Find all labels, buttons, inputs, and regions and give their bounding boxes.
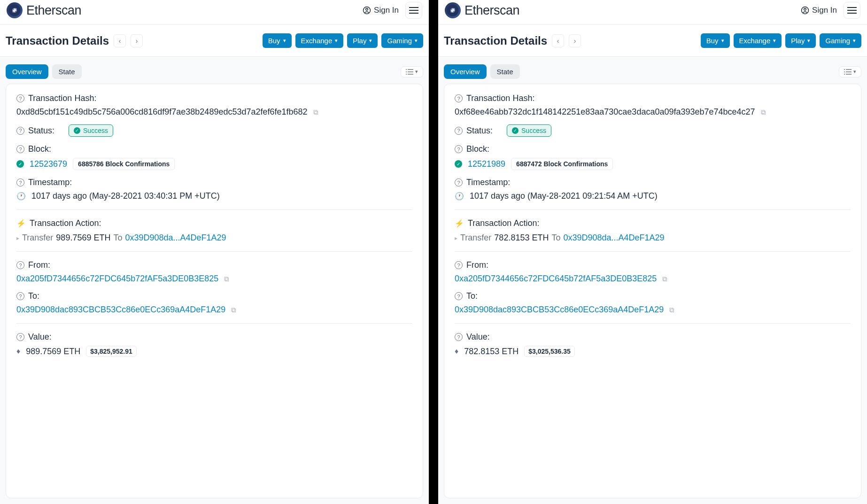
copy-icon[interactable]: ⧉	[761, 108, 766, 116]
brand-text: Etherscan	[464, 3, 519, 18]
value-section: ?Value: ♦ 782.8153 ETH $3,025,536.35	[455, 332, 851, 357]
menu-button[interactable]	[844, 2, 860, 19]
tab-overview[interactable]: Overview	[6, 64, 48, 79]
help-icon[interactable]: ?	[455, 127, 463, 135]
title-right: Buy▾ Exchange▾ Play▾ Gaming▾	[701, 33, 861, 48]
transfer-label: Transfer	[460, 233, 491, 243]
svg-point-25	[844, 74, 845, 75]
action-amount: 782.8153 ETH	[494, 233, 549, 243]
tab-state[interactable]: State	[52, 64, 82, 79]
svg-point-10	[406, 69, 407, 70]
gaming-button[interactable]: Gaming▾	[820, 33, 861, 48]
check-icon: ✓	[16, 160, 24, 168]
prev-tx-button[interactable]: ‹	[114, 34, 126, 47]
tx-action-label: Transaction Action:	[30, 218, 101, 228]
tab-state[interactable]: State	[490, 64, 520, 79]
page-title: Transaction Details	[444, 34, 547, 47]
signin-link[interactable]: Sign In	[801, 6, 837, 15]
bolt-icon: ⚡	[455, 219, 464, 228]
block-link[interactable]: 12521989	[468, 159, 505, 169]
help-icon[interactable]: ?	[455, 261, 463, 269]
copy-icon[interactable]: ⧉	[313, 108, 318, 116]
buy-button[interactable]: Buy▾	[263, 33, 292, 48]
help-icon[interactable]: ?	[455, 94, 463, 102]
chevron-down-icon: ▾	[721, 38, 724, 44]
to-link[interactable]: 0x39D908dac893CBCB53Cc86e0ECc369aA4DeF1A…	[455, 305, 664, 315]
value-label: Value:	[28, 332, 52, 342]
brand[interactable]: Etherscan	[7, 2, 81, 18]
check-icon: ✓	[74, 127, 80, 134]
status-label: Status:	[28, 126, 54, 136]
help-icon[interactable]: ?	[455, 178, 463, 186]
copy-icon[interactable]: ⧉	[662, 275, 667, 283]
menu-button[interactable]	[405, 2, 422, 19]
value-eth: 782.8153 ETH	[464, 347, 519, 357]
prev-tx-button[interactable]: ‹	[552, 34, 564, 47]
help-icon[interactable]: ?	[455, 145, 463, 153]
copy-icon[interactable]: ⧉	[224, 275, 229, 283]
chevron-down-icon: ▾	[415, 69, 418, 75]
signin-label: Sign In	[812, 6, 837, 15]
help-icon[interactable]: ?	[16, 292, 24, 300]
to-label: To	[113, 233, 122, 243]
action-to-link[interactable]: 0x39D908da...A4DeF1A29	[563, 233, 664, 243]
buy-button[interactable]: Buy▾	[701, 33, 730, 48]
value-usd: $3,025,536.35	[524, 346, 575, 357]
svg-point-12	[406, 74, 407, 75]
status-section: ?Status: ✓Success	[455, 124, 851, 137]
tx-hash-label: Transaction Hash:	[466, 93, 534, 103]
divider	[455, 251, 851, 252]
to-section: ?To: 0x39D908dac893CBCB53Cc86e0ECc369aA4…	[455, 291, 851, 315]
timestamp-value: 1017 days ago (May-28-2021 03:40:31 PM +…	[31, 191, 220, 201]
view-toggle-button[interactable]: ▾	[401, 66, 423, 78]
tab-overview[interactable]: Overview	[444, 64, 487, 79]
help-icon[interactable]: ?	[455, 292, 463, 300]
block-section: ?Block: ✓ 12521989 6887472 Block Confirm…	[455, 144, 851, 170]
brand[interactable]: Etherscan	[445, 2, 519, 18]
help-icon[interactable]: ?	[16, 127, 24, 135]
value-eth: 989.7569 ETH	[26, 347, 80, 357]
tx-action-section: ⚡Transaction Action: ▸ Transfer 989.7569…	[16, 218, 412, 243]
view-toggle-button[interactable]: ▾	[839, 66, 861, 78]
play-button[interactable]: Play▾	[785, 33, 816, 48]
right-pane: Etherscan Sign In Transaction Details ‹ …	[438, 0, 867, 504]
help-icon[interactable]: ?	[16, 94, 24, 102]
exchange-button[interactable]: Exchange▾	[734, 33, 782, 48]
copy-icon[interactable]: ⧉	[669, 306, 674, 314]
copy-icon[interactable]: ⧉	[231, 306, 236, 314]
header-right: Sign In	[363, 2, 422, 19]
svg-point-24	[844, 71, 845, 72]
value-section: ?Value: ♦ 989.7569 ETH $3,825,952.91	[16, 332, 412, 357]
exchange-button[interactable]: Exchange▾	[295, 33, 344, 48]
from-link[interactable]: 0xa205fD7344656c72FDC645b72fAF5a3DE0B3E8…	[455, 274, 657, 284]
to-label: To:	[28, 291, 39, 301]
status-badge: ✓Success	[507, 124, 551, 137]
gaming-button[interactable]: Gaming▾	[381, 33, 423, 48]
confirmations-badge: 6887472 Block Confirmations	[511, 158, 613, 170]
divider	[455, 209, 851, 210]
svg-point-16	[804, 8, 806, 11]
help-icon[interactable]: ?	[16, 145, 24, 153]
action-to-link[interactable]: 0x39D908da...A4DeF1A29	[125, 233, 226, 243]
divider	[16, 323, 412, 324]
from-link[interactable]: 0xa205fD7344656c72FDC645b72fAF5a3DE0B3E8…	[16, 274, 218, 284]
caret-icon: ▸	[16, 235, 19, 241]
block-label: Block:	[466, 144, 489, 154]
page-title: Transaction Details	[6, 34, 109, 47]
help-icon[interactable]: ?	[16, 178, 24, 186]
next-tx-button[interactable]: ›	[569, 34, 581, 47]
signin-link[interactable]: Sign In	[363, 6, 399, 15]
play-button[interactable]: Play▾	[347, 33, 378, 48]
titlebar: Transaction Details ‹ › Buy▾ Exchange▾ P…	[438, 25, 867, 57]
chevron-down-icon: ▾	[853, 69, 856, 75]
block-link[interactable]: 12523679	[30, 159, 67, 169]
help-icon[interactable]: ?	[455, 333, 463, 341]
next-tx-button[interactable]: ›	[131, 34, 143, 47]
status-section: ?Status: ✓Success	[16, 124, 412, 137]
from-section: ?From: 0xa205fD7344656c72FDC645b72fAF5a3…	[16, 260, 412, 284]
help-icon[interactable]: ?	[16, 261, 24, 269]
tx-hash-value: 0xf68ee46abb732dc1f148142251e83aa730cae3…	[455, 107, 755, 117]
help-icon[interactable]: ?	[16, 333, 24, 341]
status-label: Status:	[466, 126, 493, 136]
to-link[interactable]: 0x39D908dac893CBCB53Cc86e0ECc369aA4DeF1A…	[16, 305, 225, 315]
